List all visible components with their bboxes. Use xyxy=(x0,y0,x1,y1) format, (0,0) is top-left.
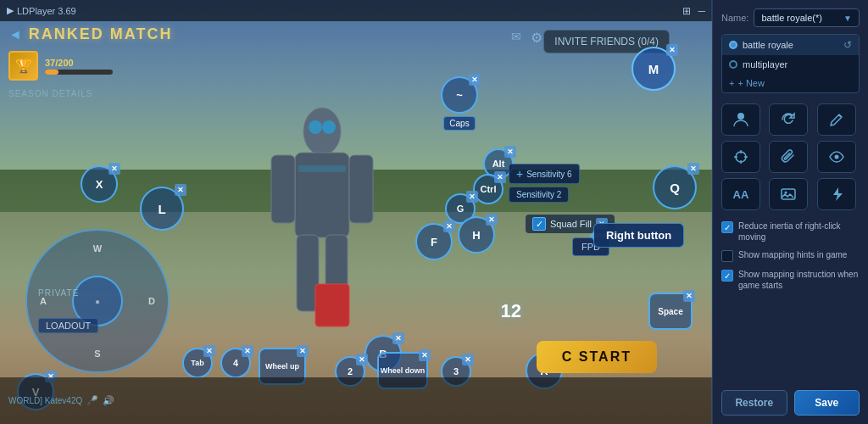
bolt-icon xyxy=(828,186,845,203)
mail-icon[interactable]: ✉ xyxy=(511,30,521,43)
svg-rect-9 xyxy=(298,165,346,172)
key-wheelup-close[interactable]: ✕ xyxy=(297,345,309,357)
save-button[interactable]: Save xyxy=(794,390,860,416)
key-b-close[interactable]: ✕ xyxy=(392,332,404,344)
show-instruction-checkbox[interactable]: ✓ xyxy=(721,270,733,282)
back-arrow-icon[interactable]: ◄ xyxy=(8,27,22,42)
player-info: 🏆 37/200 xyxy=(8,51,113,81)
edit-icon xyxy=(828,111,845,128)
svg-rect-3 xyxy=(349,155,373,223)
key-h-overlay[interactable]: ✕ H xyxy=(458,216,495,254)
sensitivity2-label: Sensitivity 2 xyxy=(516,190,561,199)
window-icon[interactable]: ⊞ xyxy=(682,5,691,17)
key-l-overlay[interactable]: ✕ L xyxy=(140,187,184,231)
restore-button[interactable]: Restore xyxy=(721,390,787,416)
key-q-close[interactable]: ✕ xyxy=(687,163,699,175)
ammo-display: 12 xyxy=(501,300,521,322)
key-h-circle[interactable]: ✕ H xyxy=(458,216,495,254)
key-tab-overlay[interactable]: ✕ Tab xyxy=(182,348,213,378)
start-button[interactable]: C START xyxy=(537,341,657,373)
paperclip-icon xyxy=(780,148,797,165)
key-q-overlay[interactable]: ✕ Q xyxy=(653,165,697,209)
key-4-overlay[interactable]: ✕ 4 xyxy=(220,348,251,378)
key-alt-close[interactable]: ✕ xyxy=(504,146,516,158)
key-ctrl-close[interactable]: ✕ xyxy=(494,171,506,183)
minimize-icon[interactable]: ─ xyxy=(698,5,705,17)
squad-fill-checkbox[interactable]: ✓ xyxy=(532,217,546,231)
key-x-close[interactable]: ✕ xyxy=(108,163,120,175)
player-icon: 🏆 xyxy=(8,51,38,81)
sync-icon xyxy=(780,111,797,128)
key-l-close[interactable]: ✕ xyxy=(175,184,186,196)
tool-paperclip-button[interactable] xyxy=(769,141,808,173)
bottom-player-info: WORLD] Katev42Q 🎤 🔊 xyxy=(8,395,114,406)
name-dropdown-arrow-icon: ▼ xyxy=(843,14,852,23)
tool-eye-button[interactable] xyxy=(817,141,856,173)
preset-item-battle-royale[interactable]: battle royale ↺ xyxy=(722,35,859,55)
joystick-area[interactable]: W S A D ● xyxy=(25,229,170,373)
gear-icon[interactable]: ⚙ xyxy=(531,30,542,46)
speaker-icon[interactable]: 🔊 xyxy=(103,395,114,406)
key-h-close[interactable]: ✕ xyxy=(486,214,498,226)
tool-image-button[interactable] xyxy=(769,178,808,210)
invite-friends-text: INVITE FRIENDS (0/4) xyxy=(554,36,659,47)
ranked-match-title: RANKED MATCH xyxy=(29,25,173,43)
aa-text: AA xyxy=(733,188,749,201)
key-2-close[interactable]: ✕ xyxy=(356,354,368,365)
sensitivity6-label: Sensitivity 6 xyxy=(526,170,571,179)
show-hints-checkbox[interactable] xyxy=(721,250,733,262)
key-f-overlay[interactable]: ✕ F xyxy=(415,223,453,260)
start-button-text: C START xyxy=(562,349,632,364)
sensitivity6-plus[interactable]: + xyxy=(516,167,523,181)
xp-fill xyxy=(45,70,58,75)
svg-rect-6 xyxy=(315,284,349,326)
svg-point-0 xyxy=(303,108,341,155)
player-level: 37/200 xyxy=(45,58,113,68)
key-g-close[interactable]: ✕ xyxy=(466,191,478,203)
key-4-circle[interactable]: ✕ 4 xyxy=(220,348,251,378)
key-x-circle[interactable]: ✕ X xyxy=(81,165,118,203)
caps-label: Caps xyxy=(443,116,475,131)
right-panel: Name: battle royale(*) ▼ battle royale ↺… xyxy=(712,0,868,424)
sensitivity6-control[interactable]: + Sensitivity 6 xyxy=(509,164,580,184)
key-4-close[interactable]: ✕ xyxy=(242,345,253,357)
tool-aa-button[interactable]: AA xyxy=(721,178,760,210)
key-space-overlay[interactable]: ✕ Space xyxy=(648,293,693,330)
tool-edit-button[interactable] xyxy=(817,103,856,136)
key-m-close[interactable]: ✕ xyxy=(666,44,678,56)
tool-crosshair-button[interactable] xyxy=(721,141,760,173)
show-hints-label: Show mapping hints in game xyxy=(738,249,847,260)
key-m-overlay[interactable]: ✕ M xyxy=(632,47,676,91)
sensitivity2-control[interactable]: Sensitivity 2 xyxy=(509,187,569,203)
key-tab-circle[interactable]: ✕ Tab xyxy=(182,348,213,378)
key-wheeldown-close[interactable]: ✕ xyxy=(419,349,431,361)
reduce-inertia-checkbox[interactable]: ✓ xyxy=(721,221,733,233)
key-space-close[interactable]: ✕ xyxy=(683,290,695,302)
preset-multiplayer-label: multiplayer xyxy=(743,59,787,70)
key-tilde-circle[interactable]: ✕ ~ xyxy=(441,76,478,114)
refresh-icon-battle-royale[interactable]: ↺ xyxy=(843,39,852,51)
key-tab-close[interactable]: ✕ xyxy=(203,345,215,357)
squad-fill-label: Squad Fill xyxy=(550,219,592,229)
key-3-close[interactable]: ✕ xyxy=(462,354,474,365)
key-l-circle[interactable]: ✕ L xyxy=(140,187,184,231)
tool-sync-button[interactable] xyxy=(769,103,808,136)
name-value: battle royale(*) xyxy=(761,13,822,23)
name-dropdown[interactable]: battle royale(*) ▼ xyxy=(754,8,860,27)
key-f-circle[interactable]: ✕ F xyxy=(415,223,453,260)
key-q-circle[interactable]: ✕ Q xyxy=(653,165,697,209)
key-x-overlay[interactable]: ✕ X xyxy=(81,165,118,203)
key-m-circle[interactable]: ✕ M xyxy=(632,47,676,91)
tool-person-button[interactable] xyxy=(721,103,760,136)
mic-icon[interactable]: 🎤 xyxy=(86,395,98,406)
new-preset-button[interactable]: + + New xyxy=(722,74,859,92)
option-show-instruction: ✓ Show mapping instruction when game sta… xyxy=(721,269,860,291)
key-space-circle[interactable]: ✕ Space xyxy=(648,293,693,330)
key-tilde-close[interactable]: ✕ xyxy=(469,74,481,86)
key-f-close[interactable]: ✕ xyxy=(443,220,455,232)
d-key-label: D xyxy=(148,296,155,306)
key-tilde-overlay[interactable]: ✕ ~ Caps xyxy=(441,76,478,131)
tool-bolt-button[interactable] xyxy=(817,178,856,210)
preset-item-multiplayer[interactable]: multiplayer xyxy=(722,55,859,74)
preset-radio-battle-royale xyxy=(729,41,737,49)
